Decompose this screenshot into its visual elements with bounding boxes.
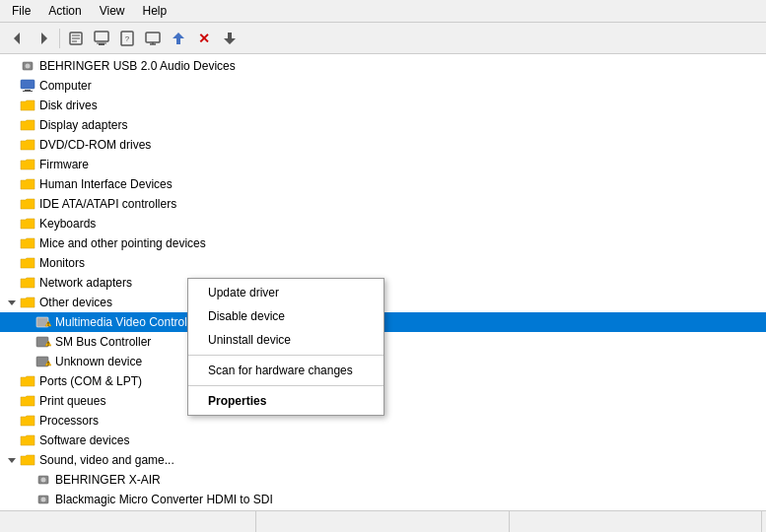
scan-button[interactable]	[90, 27, 113, 50]
device-icon-monitors	[20, 255, 35, 271]
item-label-display-adapters: Display adapters	[39, 118, 127, 132]
tree-item-blackmagic[interactable]: Blackmagic Micro Converter HDMI to SDI	[0, 490, 766, 509]
tree-item-software-devices[interactable]: Software devices	[0, 431, 766, 450]
item-label-other-devices: Other devices	[39, 296, 112, 309]
expand-icon-multimedia-video[interactable]	[20, 314, 35, 330]
update-button[interactable]	[167, 27, 190, 50]
expand-icon-processors[interactable]	[4, 413, 20, 429]
item-label-behringer-xair: BEHRINGER X-AIR	[55, 473, 161, 487]
menu-action[interactable]: Action	[40, 2, 89, 20]
item-label-unknown-device: Unknown device	[55, 355, 142, 368]
svg-marker-0	[14, 33, 20, 44]
svg-marker-31	[8, 458, 16, 463]
expand-icon-other-devices[interactable]	[4, 295, 20, 310]
toolbar-sep-1	[59, 29, 60, 48]
tree-item-behringer-xair[interactable]: BEHRINGER X-AIR	[0, 470, 766, 490]
tree-item-disk-drives[interactable]: Disk drives	[0, 96, 766, 115]
svg-text:!: !	[47, 321, 49, 327]
svg-point-35	[41, 498, 46, 502]
svg-rect-11	[146, 33, 160, 42]
tree-item-keyboards[interactable]: Keyboards	[0, 214, 766, 233]
expand-icon-monitors[interactable]	[4, 255, 20, 271]
tree-item-behringer[interactable]: BEHRINGER USB 2.0 Audio Devices	[0, 56, 766, 76]
item-label-firmware: Firmware	[39, 158, 89, 171]
expand-icon-dvd-cd[interactable]	[4, 137, 20, 153]
expand-icon-display-adapters[interactable]	[4, 117, 20, 133]
svg-point-33	[41, 478, 46, 483]
svg-marker-1	[41, 33, 47, 44]
expand-icon-disk-drives[interactable]	[4, 98, 20, 113]
device-icon-ide-ata	[20, 196, 35, 212]
device-icon-disk-drives	[20, 98, 35, 113]
help-button[interactable]: ?	[115, 27, 139, 50]
monitor-button[interactable]	[141, 27, 165, 50]
tree-item-firmware[interactable]: Firmware	[0, 155, 766, 174]
expand-icon-ports-com[interactable]	[4, 373, 20, 389]
tree-item-computer[interactable]: Computer	[0, 76, 766, 96]
context-menu-item-uninstall-device[interactable]: Uninstall device	[188, 328, 383, 352]
properties-button[interactable]	[64, 27, 88, 50]
context-menu-separator-2	[188, 355, 383, 356]
menu-file[interactable]: File	[4, 2, 38, 20]
context-menu-item-properties[interactable]: Properties	[188, 389, 383, 413]
device-icon-network-adapters	[20, 275, 35, 291]
expand-icon-network-adapters[interactable]	[4, 275, 20, 291]
expand-icon-software-devices[interactable]	[4, 432, 20, 448]
tree-item-sound-video[interactable]: Sound, video and game...	[0, 450, 766, 470]
device-icon-other-devices	[20, 295, 35, 310]
svg-marker-14	[173, 33, 184, 44]
tree-item-dvd-cd[interactable]: DVD/CD-ROM drives	[0, 135, 766, 155]
menu-help[interactable]: Help	[135, 2, 175, 20]
tree-item-mice[interactable]: Mice and other pointing devices	[0, 233, 766, 253]
back-button[interactable]	[6, 27, 30, 50]
device-icon-dvd-cd	[20, 137, 35, 153]
expand-icon-blackmagic[interactable]	[20, 492, 35, 507]
tree-item-high-def-audio[interactable]: High Definition Audio Device	[0, 509, 766, 510]
expand-icon-print-queues[interactable]	[4, 393, 20, 409]
expand-icon-firmware[interactable]	[4, 157, 20, 172]
item-label-computer: Computer	[39, 79, 92, 93]
expand-icon-behringer-xair[interactable]	[20, 472, 35, 488]
statusbar	[0, 510, 766, 532]
item-label-keyboards: Keyboards	[39, 217, 96, 231]
expand-icon-human-interface[interactable]	[4, 176, 20, 192]
device-icon-software-devices	[20, 432, 35, 448]
expand-icon-computer[interactable]	[4, 78, 20, 94]
item-label-print-queues: Print queues	[39, 394, 105, 408]
expand-icon-sm-bus[interactable]	[20, 334, 35, 350]
tree-item-monitors[interactable]: Monitors	[0, 253, 766, 273]
statusbar-text2	[256, 511, 509, 532]
tree-item-human-interface[interactable]: Human Interface Devices	[0, 174, 766, 194]
svg-marker-15	[224, 33, 236, 44]
context-menu-item-update-driver[interactable]: Update driver	[188, 281, 383, 304]
item-label-behringer: BEHRINGER USB 2.0 Audio Devices	[39, 59, 236, 73]
expand-icon-behringer[interactable]	[4, 58, 20, 74]
svg-text:!: !	[47, 341, 49, 347]
expand-icon-ide-ata[interactable]	[4, 196, 20, 212]
expand-icon-mice[interactable]	[4, 235, 20, 251]
expand-icon-sound-video[interactable]	[4, 452, 20, 468]
expand-icon-keyboards[interactable]	[4, 216, 20, 232]
context-menu: Update driverDisable deviceUninstall dev…	[187, 278, 384, 416]
menubar: File Action View Help	[0, 0, 766, 23]
device-icon-human-interface	[20, 176, 35, 192]
device-icon-print-queues	[20, 393, 35, 409]
uninstall-button[interactable]: ✕	[192, 27, 216, 50]
svg-rect-6	[95, 32, 108, 41]
item-label-network-adapters: Network adapters	[39, 276, 132, 290]
tree-item-ide-ata[interactable]: IDE ATA/ATAPI controllers	[0, 194, 766, 214]
download-button[interactable]	[218, 27, 242, 50]
svg-marker-21	[8, 300, 16, 305]
context-menu-item-scan-hardware[interactable]: Scan for hardware changes	[188, 359, 383, 382]
statusbar-text	[4, 511, 256, 532]
item-label-ide-ata: IDE ATA/ATAPI controllers	[39, 197, 176, 211]
expand-icon-unknown-device[interactable]	[20, 354, 35, 369]
context-menu-item-disable-device[interactable]: Disable device	[188, 304, 383, 328]
item-label-software-devices: Software devices	[39, 433, 129, 447]
forward-button[interactable]	[32, 27, 55, 50]
item-label-processors: Processors	[39, 414, 99, 428]
device-icon-sm-bus: !	[35, 334, 51, 350]
tree-item-display-adapters[interactable]: Display adapters	[0, 115, 766, 135]
menu-view[interactable]: View	[92, 2, 133, 20]
svg-rect-18	[21, 80, 35, 89]
